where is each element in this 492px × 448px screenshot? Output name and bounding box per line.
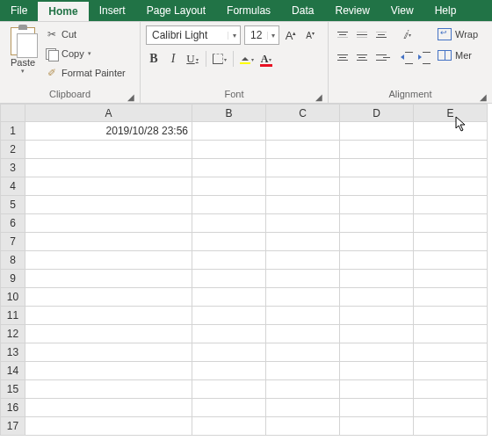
borders-button[interactable]: ▾ [212, 50, 228, 68]
tab-page-layout[interactable]: Page Layout [136, 0, 216, 21]
cell-B16[interactable] [192, 399, 266, 417]
cell-C13[interactable] [266, 343, 340, 362]
cell-B6[interactable] [192, 214, 266, 233]
row-header-9[interactable]: 9 [1, 270, 25, 288]
cell-C4[interactable] [266, 177, 340, 196]
cell-A8[interactable] [25, 251, 192, 270]
cell-A10[interactable] [25, 288, 192, 307]
underline-button[interactable]: U▾ [184, 50, 200, 68]
cell-B8[interactable] [192, 251, 266, 270]
row-header-14[interactable]: 14 [1, 362, 25, 380]
cell-E15[interactable] [414, 380, 488, 399]
row-header-7[interactable]: 7 [1, 233, 25, 251]
fill-color-button[interactable]: ▾ [239, 50, 255, 68]
cell-D17[interactable] [340, 417, 414, 436]
col-header-A[interactable]: A [25, 105, 192, 122]
cell-A11[interactable] [25, 307, 192, 325]
tab-home[interactable]: Home [38, 0, 88, 21]
paste-button[interactable]: Paste ▾ [5, 25, 40, 87]
cell-C8[interactable] [266, 251, 340, 270]
cell-C6[interactable] [266, 214, 340, 233]
spreadsheet-grid[interactable]: A B C D E 12019/10/28 23:562345678910111… [0, 104, 488, 436]
row-header-10[interactable]: 10 [1, 288, 25, 307]
tab-formulas[interactable]: Formulas [216, 0, 281, 21]
cell-B14[interactable] [192, 362, 266, 380]
cell-E1[interactable] [414, 122, 488, 141]
tab-review[interactable]: Review [324, 0, 380, 21]
cell-B17[interactable] [192, 417, 266, 436]
cell-B15[interactable] [192, 380, 266, 399]
cell-C14[interactable] [266, 362, 340, 380]
cell-B12[interactable] [192, 325, 266, 343]
cell-A12[interactable] [25, 325, 192, 343]
align-top-button[interactable] [334, 26, 351, 42]
cell-E12[interactable] [414, 325, 488, 343]
cell-C12[interactable] [266, 325, 340, 343]
cell-A7[interactable] [25, 233, 192, 251]
cell-D10[interactable] [340, 288, 414, 307]
cell-D8[interactable] [340, 251, 414, 270]
row-header-6[interactable]: 6 [1, 214, 25, 233]
font-color-button[interactable]: A▾ [258, 50, 274, 68]
cell-A5[interactable] [25, 196, 192, 214]
bold-button[interactable]: B [146, 50, 162, 68]
cell-C7[interactable] [266, 233, 340, 251]
cell-E5[interactable] [414, 196, 488, 214]
cell-B2[interactable] [192, 141, 266, 159]
cell-D12[interactable] [340, 325, 414, 343]
cell-C2[interactable] [266, 141, 340, 159]
chevron-down-icon[interactable]: ▾ [228, 32, 240, 40]
cell-A1[interactable]: 2019/10/28 23:56 [25, 122, 192, 141]
font-dialog-launcher-icon[interactable]: ◢ [314, 90, 324, 101]
row-header-17[interactable]: 17 [1, 417, 25, 436]
paste-dropdown-icon[interactable]: ▾ [21, 68, 25, 75]
align-middle-button[interactable] [353, 26, 371, 42]
tab-file[interactable]: File [0, 0, 38, 21]
cell-B11[interactable] [192, 307, 266, 325]
cell-C5[interactable] [266, 196, 340, 214]
clipboard-dialog-launcher-icon[interactable]: ◢ [126, 90, 136, 101]
cell-A14[interactable] [25, 362, 192, 380]
col-header-B[interactable]: B [192, 105, 266, 122]
align-right-button[interactable] [373, 49, 390, 65]
cell-A15[interactable] [25, 380, 192, 399]
cell-D13[interactable] [340, 343, 414, 362]
cell-E6[interactable] [414, 214, 488, 233]
cell-C10[interactable] [266, 288, 340, 307]
increase-indent-button[interactable] [416, 48, 432, 66]
cell-E16[interactable] [414, 399, 488, 417]
orientation-button[interactable]: ⅈ▾ [399, 25, 415, 43]
row-header-8[interactable]: 8 [1, 251, 25, 270]
row-header-13[interactable]: 13 [1, 343, 25, 362]
cell-A16[interactable] [25, 399, 192, 417]
row-header-1[interactable]: 1 [1, 122, 25, 141]
cell-E9[interactable] [414, 270, 488, 288]
col-header-D[interactable]: D [340, 105, 414, 122]
cell-D14[interactable] [340, 362, 414, 380]
alignment-dialog-launcher-icon[interactable]: ◢ [478, 90, 488, 101]
tab-help[interactable]: Help [424, 0, 467, 21]
font-name-combo[interactable]: Calibri Light ▾ [146, 25, 241, 45]
decrease-indent-button[interactable] [399, 48, 415, 66]
copy-dropdown-icon[interactable]: ▾ [88, 50, 91, 57]
row-header-11[interactable]: 11 [1, 307, 25, 325]
cell-C11[interactable] [266, 307, 340, 325]
worksheet-area[interactable]: A B C D E 12019/10/28 23:562345678910111… [0, 104, 492, 448]
cell-E11[interactable] [414, 307, 488, 325]
row-header-16[interactable]: 16 [1, 399, 25, 417]
cell-D4[interactable] [340, 177, 414, 196]
cut-button[interactable]: ✂ Cut [44, 25, 127, 43]
cell-C3[interactable] [266, 159, 340, 177]
cell-C17[interactable] [266, 417, 340, 436]
merge-center-button[interactable]: Mer [438, 47, 478, 64]
cell-D16[interactable] [340, 399, 414, 417]
cell-D5[interactable] [340, 196, 414, 214]
cell-E10[interactable] [414, 288, 488, 307]
cell-A6[interactable] [25, 214, 192, 233]
cell-B9[interactable] [192, 270, 266, 288]
italic-button[interactable]: I [165, 50, 181, 68]
tab-data[interactable]: Data [281, 0, 324, 21]
cell-D1[interactable] [340, 122, 414, 141]
cell-D7[interactable] [340, 233, 414, 251]
cell-E2[interactable] [414, 141, 488, 159]
